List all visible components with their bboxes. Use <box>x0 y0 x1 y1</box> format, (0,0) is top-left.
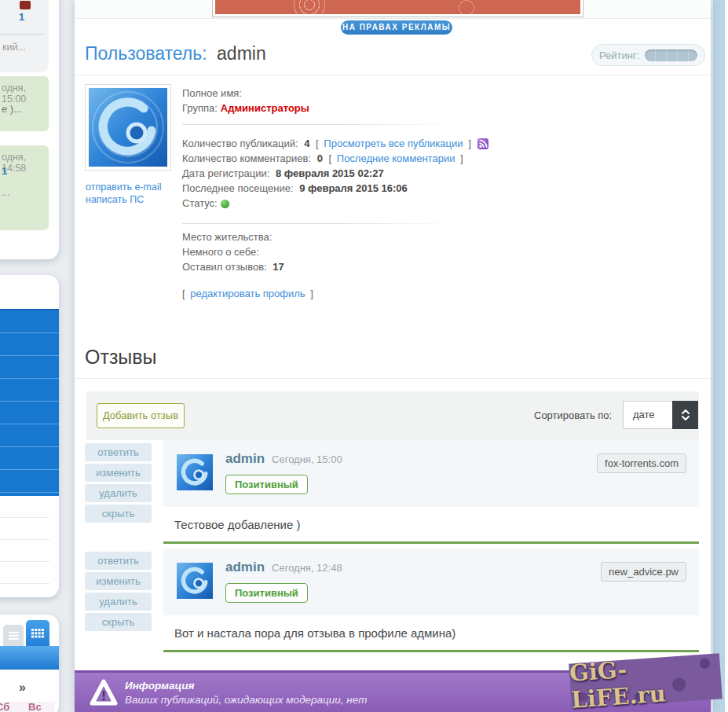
profile-field-comments: Количество комментариев: 0 [ Последние к… <box>182 152 463 164</box>
profile-field-registration: Дата регистрации: 8 февраля 2015 02:27 <box>182 167 384 179</box>
review-header: adminСегодня, 12:48 Позитивный new_advic… <box>163 549 699 615</box>
profile-field-last-visit: Последнее посещение: 9 февраля 2015 16:0… <box>182 182 408 194</box>
review-preview-text: е )... <box>2 103 22 115</box>
divider <box>182 223 455 224</box>
divider <box>75 75 711 75</box>
review-author[interactable]: adminСегодня, 15:00 <box>225 451 342 467</box>
watermark: GiG-LiFE.ru <box>569 653 723 709</box>
warning-triangle-icon <box>88 678 119 710</box>
edit-profile-link[interactable]: редактировать профиль <box>190 288 305 299</box>
review-avatar[interactable] <box>177 454 213 490</box>
reviews-given-count: 17 <box>273 261 284 273</box>
rating-bar <box>645 50 697 61</box>
last-visit-date: 9 февраля 2015 16:06 <box>299 182 408 194</box>
info-message: Ваших публикаций, ожидающих модерации, н… <box>125 694 367 706</box>
sort-by-label: Сортировать по: <box>534 409 612 421</box>
profile-field-group: Группа:Администраторы <box>182 102 309 114</box>
comments-count: 0 <box>317 152 323 164</box>
grid-icon <box>31 629 44 638</box>
sidebar-review-preview[interactable]: одня, 14:58 1 ... <box>0 145 49 230</box>
review-header: adminСегодня, 15:00 Позитивный fox-torre… <box>163 440 699 507</box>
edit-button[interactable]: изменить <box>85 572 152 590</box>
profile-field-publications: Количество публикаций: 4 [ Просмотреть в… <box>182 138 488 149</box>
review-item: adminСегодня, 15:00 Позитивный fox-torre… <box>163 440 699 544</box>
sort-arrows-button[interactable] <box>672 401 698 429</box>
registration-date: 8 февраля 2015 02:27 <box>276 167 384 179</box>
divider <box>0 517 49 518</box>
sort-select[interactable]: дате <box>623 401 673 429</box>
browser-scroll-strip[interactable] <box>713 0 725 712</box>
review-site-label[interactable]: new_advice.pw <box>601 562 686 582</box>
info-title: Информация <box>125 680 195 692</box>
review-author[interactable]: adminСегодня, 12:48 <box>225 560 342 575</box>
review-item: adminСегодня, 12:48 Позитивный new_advic… <box>163 549 699 652</box>
delete-button[interactable]: удалить <box>85 484 152 502</box>
profile-field-status: Статус: <box>182 197 229 209</box>
page-edge <box>725 0 728 712</box>
send-email-link[interactable]: отправить e-mail <box>86 182 161 193</box>
view-publications-link[interactable]: Просмотреть все публикации <box>324 138 463 149</box>
divider <box>75 378 711 379</box>
review-text: Вот и настала пора для отзыва в профиле … <box>174 626 455 640</box>
ad-banner-image <box>215 0 580 14</box>
edit-button[interactable]: изменить <box>85 464 152 482</box>
review-preview-time: одня, 15:00 <box>2 83 49 105</box>
profile-avatar <box>85 84 171 171</box>
page-title: Пользователь: admin <box>85 43 266 64</box>
last-comments-link[interactable]: Последние комментарии <box>337 152 455 164</box>
divider <box>0 561 49 562</box>
profile-field-reviews-given: Оставил отзывов: 17 <box>182 261 284 273</box>
page-title-label: Пользователь: <box>85 43 207 64</box>
page: 1 кий... одня, 15:00 е )... одня, 14:58 … <box>0 0 728 712</box>
sidebar-count-link[interactable]: 1 <box>19 11 24 23</box>
calendar-next-arrow[interactable]: » <box>19 681 26 695</box>
main-content-card: НА ПРАВАХ РЕКЛАМЫ Пользователь: admin Ре… <box>75 0 711 712</box>
divider <box>0 539 49 540</box>
status-online-icon <box>221 200 229 208</box>
sidebar-red-icon <box>20 1 31 9</box>
reviews-toolbar: Добавить отзыв Сортировать по: дате <box>86 391 699 440</box>
review-preview-time: одня, 14:58 <box>2 152 49 174</box>
review-text: Тестовое добавление ) <box>174 518 300 531</box>
divider <box>0 34 44 35</box>
profile-field-residence: Место жительства: <box>182 231 272 243</box>
ad-disclaimer-pill: НА ПРАВАХ РЕКЛАМЫ <box>341 20 452 35</box>
add-review-button[interactable]: Добавить отзыв <box>97 403 185 428</box>
reply-button[interactable]: ответить <box>85 552 152 570</box>
sidebar-menu[interactable] <box>0 309 59 496</box>
delete-button[interactable]: удалить <box>85 593 152 611</box>
send-pm-link[interactable]: написать ПС <box>86 194 144 205</box>
sidebar-snippet: кий... <box>2 42 26 53</box>
divider <box>182 124 455 125</box>
review-site-label[interactable]: fox-torrents.com <box>597 453 686 473</box>
review-preview-link[interactable]: 1 <box>2 165 7 177</box>
avatar-logo-image <box>89 88 167 167</box>
avatar-logo-image <box>177 563 213 599</box>
calendar-header <box>0 646 59 670</box>
rss-icon[interactable] <box>477 138 488 149</box>
calendar-list-tab[interactable] <box>3 625 24 646</box>
profile-field-fullname: Полное имя: <box>182 87 242 99</box>
review-badge-positive: Позитивный <box>225 475 308 494</box>
reply-button[interactable]: ответить <box>85 443 152 461</box>
calendar-day-sun: Вс <box>28 701 42 712</box>
review-time: Сегодня, 12:48 <box>272 562 342 574</box>
page-title-username: admin <box>217 43 266 64</box>
review-avatar[interactable] <box>177 563 213 599</box>
profile-field-about: Немного о себе: <box>182 246 259 258</box>
calendar-grid-tab[interactable] <box>26 620 49 646</box>
avatar-logo-image <box>177 454 213 490</box>
hide-button[interactable]: скрыть <box>85 505 152 523</box>
rating-widget: Рейтинг: <box>591 44 705 66</box>
rating-label: Рейтинг: <box>599 50 639 61</box>
review-time: Сегодня, 15:00 <box>272 453 342 465</box>
sidebar-review-preview[interactable]: одня, 15:00 е )... <box>0 76 49 131</box>
review-preview-text: ... <box>2 186 10 198</box>
ad-banner[interactable] <box>212 0 583 17</box>
edit-profile-row: [ редактировать профиль ] <box>182 288 313 299</box>
review-badge-positive: Позитивный <box>225 583 308 603</box>
reviews-heading: Отзывы <box>85 346 157 369</box>
hide-button[interactable]: скрыть <box>85 613 152 631</box>
chevron-up-down-icon <box>680 407 691 423</box>
group-value: Администраторы <box>221 102 309 114</box>
